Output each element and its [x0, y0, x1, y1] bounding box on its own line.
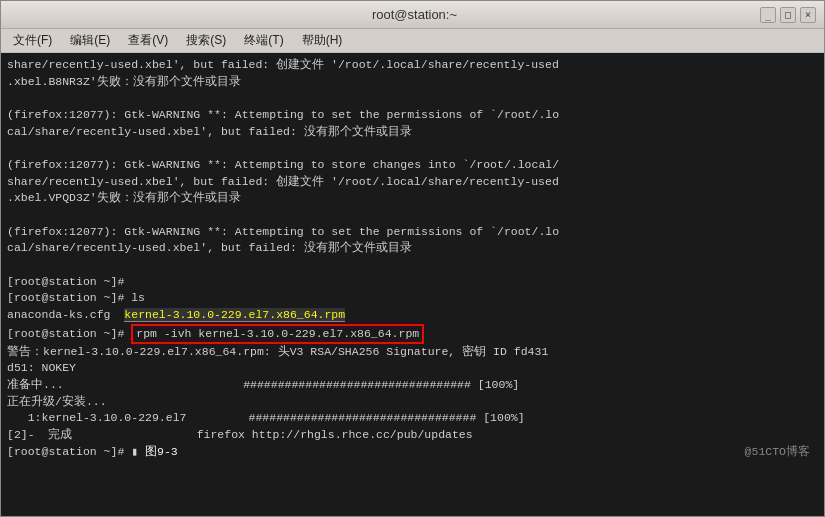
minimize-button[interactable]: _ [760, 7, 776, 23]
terminal-line-0: share/recently-used.xbel', but failed: 创… [7, 57, 818, 74]
terminal-line-8: cal/share/recently-used.xbel', but faile… [7, 240, 818, 257]
terminal-line-2: (firefox:12077): Gtk-WARNING **: Attempt… [7, 107, 818, 124]
terminal-line-blank-3 [7, 207, 818, 224]
terminal-line-13: 警告：kernel-3.10.0-229.el7.x86_64.rpm: 头V3… [7, 344, 818, 361]
menu-help[interactable]: 帮助(H) [294, 30, 351, 51]
menu-terminal[interactable]: 终端(T) [236, 30, 291, 51]
menubar: 文件(F) 编辑(E) 查看(V) 搜索(S) 终端(T) 帮助(H) [1, 29, 824, 53]
terminal-line-18: [2]- 完成 firefox http://rhgls.rhce.cc/pub… [7, 427, 818, 444]
menu-view[interactable]: 查看(V) [120, 30, 176, 51]
terminal-line-19: [root@station ~]# ▮ 图9-3@51CTO博客 [7, 444, 818, 461]
terminal-line-9: [root@station ~]# [7, 274, 818, 291]
terminal-line-blank-1 [7, 90, 818, 107]
menu-edit[interactable]: 编辑(E) [62, 30, 118, 51]
terminal-line-blank-2 [7, 140, 818, 157]
terminal-line-blank-4 [7, 257, 818, 274]
terminal-line-11: anaconda-ks.cfg kernel-3.10.0-229.el7.x8… [7, 307, 818, 324]
terminal-line-5: share/recently-used.xbel', but failed: 创… [7, 174, 818, 191]
terminal-line-15: 准备中... #################################… [7, 377, 818, 394]
terminal-output: share/recently-used.xbel', but failed: 创… [1, 53, 824, 516]
titlebar: root@station:~ _ □ × [1, 1, 824, 29]
terminal-line-16: 正在升级/安装... [7, 394, 818, 411]
terminal-line-4: (firefox:12077): Gtk-WARNING **: Attempt… [7, 157, 818, 174]
menu-file[interactable]: 文件(F) [5, 30, 60, 51]
window-title: root@station:~ [69, 7, 760, 22]
window-controls: _ □ × [760, 7, 816, 23]
terminal-window: root@station:~ _ □ × 文件(F) 编辑(E) 查看(V) 搜… [0, 0, 825, 517]
terminal-line-1: .xbel.B8NR3Z'失败：没有那个文件或目录 [7, 74, 818, 91]
terminal-line-6: .xbel.VPQD3Z'失败：没有那个文件或目录 [7, 190, 818, 207]
terminal-line-10: [root@station ~]# ls [7, 290, 818, 307]
terminal-line-17: 1:kernel-3.10.0-229.el7 ################… [7, 410, 818, 427]
close-button[interactable]: × [800, 7, 816, 23]
maximize-button[interactable]: □ [780, 7, 796, 23]
terminal-line-14: d51: NOKEY [7, 360, 818, 377]
menu-search[interactable]: 搜索(S) [178, 30, 234, 51]
terminal-line-7: (firefox:12077): Gtk-WARNING **: Attempt… [7, 224, 818, 241]
terminal-line-3: cal/share/recently-used.xbel', but faile… [7, 124, 818, 141]
terminal-line-12: [root@station ~]# rpm -ivh kernel-3.10.0… [7, 324, 818, 344]
